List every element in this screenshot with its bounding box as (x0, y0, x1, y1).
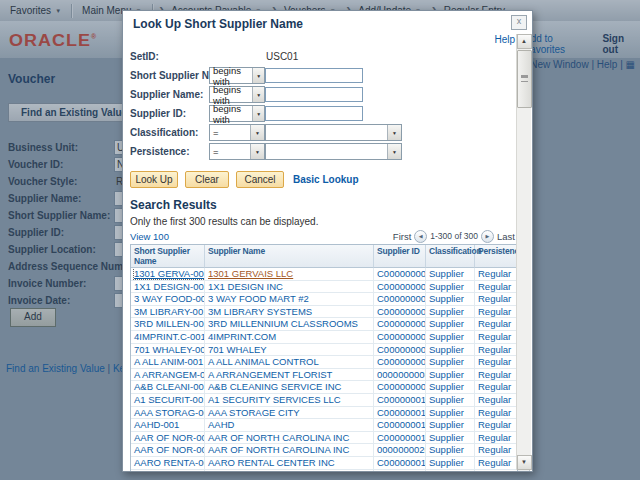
clear-button[interactable]: Clear (185, 171, 229, 188)
supplier-name-link[interactable]: AAA STORAGE CITY (208, 407, 300, 418)
supplier-name-link[interactable]: AARO RENTAL CENTER INC (208, 457, 335, 468)
classification-cell[interactable]: Supplier (429, 394, 464, 405)
persistence-cell[interactable]: Regular (478, 306, 511, 317)
classification-cell[interactable]: Supplier (429, 306, 464, 317)
classification-cell[interactable]: Supplier (429, 457, 464, 468)
short-supplier-name-link[interactable]: AARO RENTA-003 (134, 470, 205, 473)
classification-cell[interactable]: Supplier (429, 407, 464, 418)
persistence-cell[interactable]: Regular (478, 444, 511, 455)
short-supplier-name-link[interactable]: AAR OF NOR-002 (134, 444, 205, 455)
supplier-id-cell[interactable]: C000000012 (377, 419, 426, 430)
next-page-icon[interactable]: ▶ (481, 230, 494, 243)
supplier-id-cell[interactable]: 0000000020 (377, 444, 426, 455)
criteria-input[interactable] (265, 87, 363, 102)
supplier-name-link[interactable]: 1301 GERVAIS LLC (208, 268, 293, 279)
persistence-cell[interactable]: Regular (478, 394, 511, 405)
supplier-name-link[interactable]: A1 SECURITY SERVICES LLC (208, 394, 341, 405)
modal-scrollbar-thumb[interactable] (517, 50, 532, 108)
criteria-input[interactable] (265, 68, 363, 83)
classification-cell[interactable]: Supplier (429, 293, 464, 304)
supplier-name-link[interactable]: AAHD (208, 419, 234, 430)
modal-scrollbar[interactable]: ▲ ▼ (516, 34, 531, 470)
persistence-cell[interactable]: Regular (478, 318, 511, 329)
operator-select[interactable]: = ▼ (209, 124, 265, 141)
persistence-cell[interactable]: Regular (478, 470, 511, 473)
classification-cell[interactable]: Supplier (429, 268, 464, 279)
persistence-cell[interactable]: Regular (478, 331, 511, 342)
persistence-cell[interactable]: Regular (478, 344, 511, 355)
supplier-id-cell[interactable]: C000000003 (377, 293, 426, 304)
supplier-name-link[interactable]: 4IMPRINT.COM (208, 331, 276, 342)
supplier-name-link[interactable]: A ARRANGEMENT FLORIST (208, 369, 332, 380)
short-supplier-name-link[interactable]: 3 WAY FOOD-001 (134, 293, 205, 304)
classification-cell[interactable]: Supplier (429, 281, 464, 292)
supplier-id-cell[interactable]: C000000009 (377, 381, 426, 392)
persistence-cell[interactable]: Regular (478, 281, 511, 292)
supplier-id-cell[interactable]: C000000013 (377, 432, 426, 443)
supplier-id-cell[interactable]: C000000006 (377, 331, 426, 342)
scroll-up-icon[interactable]: ▲ (517, 34, 532, 49)
supplier-name-link[interactable]: AAR OF NORTH CAROLINA INC (208, 432, 349, 443)
supplier-name-link[interactable]: AAR OF NORTH CAROLINA INC (208, 444, 349, 455)
classification-cell[interactable]: Supplier (429, 344, 464, 355)
short-supplier-name-link[interactable]: 3RD MILLEN-001 (134, 318, 205, 329)
operator-select[interactable]: begins with ▼ (209, 67, 265, 84)
short-supplier-name-link[interactable]: 3M LIBRARY-001 (134, 306, 205, 317)
supplier-name-link[interactable]: 3RD MILLENNIUM CLASSROOMS (208, 318, 358, 329)
persistence-cell[interactable]: Regular (478, 407, 511, 418)
cancel-button[interactable]: Cancel (236, 171, 284, 188)
criteria-input[interactable] (265, 106, 363, 121)
short-supplier-name-link[interactable]: AARO RENTA-001 (134, 457, 205, 468)
pagination-last[interactable]: Last (497, 231, 515, 242)
persistence-cell[interactable]: Regular (478, 356, 511, 367)
operator-select[interactable]: begins with ▼ (209, 105, 265, 122)
supplier-id-cell[interactable]: C000000004 (377, 306, 426, 317)
classification-cell[interactable]: Supplier (429, 419, 464, 430)
supplier-id-cell[interactable]: C000000002 (377, 281, 426, 292)
scroll-down-icon[interactable]: ▼ (517, 455, 532, 470)
supplier-id-cell[interactable]: C000000007 (377, 344, 426, 355)
persistence-cell[interactable]: Regular (478, 419, 511, 430)
short-supplier-name-link[interactable]: A&B CLEANI-001 (134, 381, 205, 392)
operator-select[interactable]: = ▼ (209, 143, 265, 160)
supplier-id-cell[interactable]: C000000010 (377, 394, 426, 405)
short-supplier-name-link[interactable]: A ARRANGEM-001 (134, 369, 205, 380)
short-supplier-name-link[interactable]: AAHD-001 (134, 419, 179, 430)
persistence-cell[interactable]: Regular (478, 381, 511, 392)
short-supplier-name-link[interactable]: 1301 GERVA-001 (134, 268, 205, 279)
classification-cell[interactable]: Supplier (429, 331, 464, 342)
supplier-id-cell[interactable]: 0000000018 (377, 470, 426, 473)
supplier-name-link[interactable]: 1X1 DESIGN INC (208, 281, 283, 292)
supplier-name-link[interactable]: AARO RENTAL CENTER (208, 470, 316, 473)
persistence-cell[interactable]: Regular (478, 369, 511, 380)
supplier-name-link[interactable]: A&B CLEANING SERVICE INC (208, 381, 341, 392)
persistence-cell[interactable]: Regular (478, 457, 511, 468)
short-supplier-name-link[interactable]: 701 WHALEY-001 (134, 344, 205, 355)
short-supplier-name-link[interactable]: 4IMPRINT.C-001 (134, 331, 205, 342)
classification-cell[interactable]: Supplier (429, 444, 464, 455)
supplier-id-cell[interactable]: C000000014 (377, 457, 426, 468)
pagination-first[interactable]: First (393, 231, 411, 242)
persistence-cell[interactable]: Regular (478, 293, 511, 304)
classification-cell[interactable]: Supplier (429, 381, 464, 392)
short-supplier-name-link[interactable]: AAA STORAG-001 (134, 407, 205, 418)
persistence-cell[interactable]: Regular (478, 268, 511, 279)
previous-page-icon[interactable]: ◀ (414, 230, 427, 243)
persistence-cell[interactable]: Regular (478, 432, 511, 443)
modal-help-link[interactable]: Help (494, 34, 515, 45)
view-100-link[interactable]: View 100 (130, 231, 169, 242)
classification-cell[interactable]: Supplier (429, 356, 464, 367)
classification-cell[interactable]: Supplier (429, 432, 464, 443)
supplier-id-cell[interactable]: C000000011 (377, 407, 426, 418)
look-up-button[interactable]: Look Up (130, 171, 178, 188)
supplier-name-link[interactable]: A ALL ANIMAL CONTROL (208, 356, 319, 367)
supplier-id-cell[interactable]: C000000005 (377, 318, 426, 329)
supplier-id-cell[interactable]: C000000008 (377, 356, 426, 367)
short-supplier-name-link[interactable]: 1X1 DESIGN-001 (134, 281, 205, 292)
criteria-value-select[interactable]: ▼ (265, 124, 402, 141)
short-supplier-name-link[interactable]: AAR OF NOR-001 (134, 432, 205, 443)
supplier-name-link[interactable]: 3 WAY FOOD MART #2 (208, 293, 309, 304)
supplier-id-cell[interactable]: C000000001 (377, 268, 426, 279)
operator-select[interactable]: begins with ▼ (209, 86, 265, 103)
classification-cell[interactable]: Supplier (429, 369, 464, 380)
